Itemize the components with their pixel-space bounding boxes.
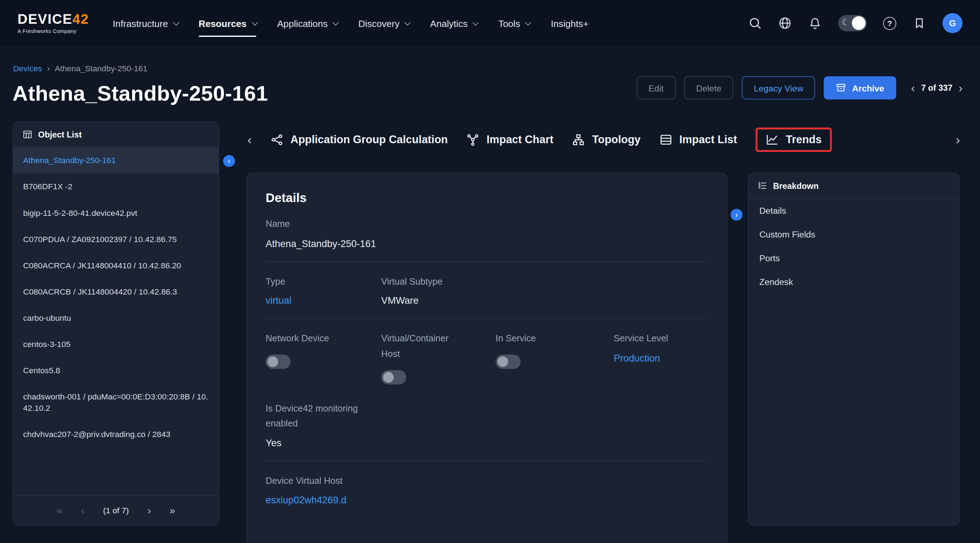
nav-item-tools[interactable]: Tools [498,0,529,46]
nav-item-analytics[interactable]: Analytics [430,0,477,46]
tab-topology[interactable]: Topology [572,133,641,146]
list-item[interactable]: C080ACRCA / JK1148004410 / 10.42.86.20 [13,253,219,279]
notifications-bell-icon[interactable] [808,16,822,30]
help-icon[interactable]: ? [883,17,896,30]
breadcrumb-devices-link[interactable]: Devices [13,64,42,73]
header-actions: Edit Delete Legacy View Archive ‹ 7 of 3… [637,76,963,99]
nav-item-infrastructure[interactable]: Infrastructure [113,0,177,46]
nav-item-applications[interactable]: Applications [277,0,337,46]
service-level-label: Service Level [614,331,708,346]
breakdown-item-custom-fields[interactable]: Custom Fields [748,223,959,246]
prev-page-icon[interactable]: ‹ [81,505,84,515]
virtual-container-host-toggle[interactable] [381,370,406,385]
object-list-items: Athena_Standby-250-161 B706DF1X -2 bigip… [13,147,219,495]
type-label: Type [266,274,381,289]
chevron-down-icon [173,19,179,25]
record-pager: ‹ 7 of 337 › [911,82,962,94]
monitoring-label: Is Device42 monitoring enabled [266,401,375,432]
pager-position: 7 of 337 [921,83,953,92]
flags-section: Network Device Virtual/Container Host In… [266,319,708,461]
network-device-label: Network Device [266,331,347,346]
nav-utilities: ☾ ? G [748,13,963,33]
tabs-scroll-right-icon[interactable]: › [956,133,960,146]
network-device-toggle[interactable] [266,354,291,369]
breakdown-item-details[interactable]: Details [748,199,959,223]
pager-prev-icon[interactable]: ‹ [911,82,915,94]
collapse-sidebar-button[interactable]: ‹ [222,154,236,168]
detail-tabs-bar: ‹ Application Group Calculation Impact C… [248,124,960,155]
tab-label: Topology [592,133,641,146]
list-item[interactable]: chdvhvac207-2@priv.dvtrading.co / 2843 [13,422,219,447]
edit-button[interactable]: Edit [637,76,676,99]
app-root: DEVICE42 A Freshworks Company Infrastruc… [0,0,980,543]
tab-label: Impact Chart [487,133,554,146]
toggle-knob [852,16,865,30]
list-item[interactable]: Centos5.8 [13,358,219,384]
name-label: Name [266,216,708,231]
toggle-knob [498,356,508,367]
device-virtual-host-label: Device Virtual Host [266,473,708,489]
tab-impact-chart[interactable]: Impact Chart [467,133,554,146]
details-title: Details [266,191,708,205]
list-item[interactable]: chadsworth-001 / pduMac=00:0E:D3:00:20:8… [13,384,219,422]
toggle-knob [383,372,394,382]
table-list-icon [23,129,33,139]
tab-label: Trends [786,133,822,146]
tab-label: Impact List [679,133,737,146]
object-list-header: Object List [13,122,219,147]
list-item[interactable]: Athena_Standby-250-161 [13,147,219,174]
breakdown-item-zendesk[interactable]: Zendesk [748,270,959,294]
device-virtual-host-link[interactable]: esxiup02wh4269.d [266,495,347,506]
tab-trends[interactable]: Trends [766,133,822,146]
in-service-toggle[interactable] [496,354,521,369]
tab-application-group-calculation[interactable]: Application Group Calculation [270,133,448,146]
nav-item-resources[interactable]: Resources [199,0,256,46]
last-page-icon[interactable]: » [170,505,175,515]
chevron-down-icon [525,19,531,25]
device42-logo[interactable]: DEVICE42 A Freshworks Company [18,13,89,34]
archive-button[interactable]: Archive [824,76,896,99]
list-item[interactable]: B706DF1X -2 [13,174,219,200]
globe-icon[interactable] [778,16,792,30]
name-section: Name Athena_Standby-250-161 [266,216,708,261]
nav-item-discovery[interactable]: Discovery [358,0,409,46]
breakdown-header: Breakdown [748,173,959,199]
user-avatar[interactable]: G [942,13,962,33]
chevron-down-icon [251,19,258,25]
breakdown-item-ports[interactable]: Ports [748,246,959,270]
page-title: Athena_Standby-250-161 [13,81,268,106]
chevron-down-icon [405,19,410,25]
topology-icon [572,133,585,146]
legacy-view-button[interactable]: Legacy View [742,76,815,99]
tabs-scroll-left-icon[interactable]: ‹ [248,133,252,146]
service-level-value-link[interactable]: Production [614,353,660,364]
list-item[interactable]: centos-3-105 [13,331,219,358]
list-item[interactable]: C080ACRCB / JK1148004420 / 10.42.86.3 [13,279,219,305]
search-icon[interactable] [748,16,762,30]
list-item[interactable]: C070PDUA / ZA0921002397 / 10.42.86.75 [13,226,219,253]
dark-mode-toggle[interactable]: ☾ [838,15,867,31]
expand-panel-button[interactable]: › [730,208,744,222]
list-item[interactable]: bigip-11-5-2-80-41.device42.pvt [13,200,219,226]
top-navigation-bar: DEVICE42 A Freshworks Company Infrastruc… [0,0,980,46]
first-page-icon[interactable]: « [57,505,62,515]
next-page-icon[interactable]: › [147,505,151,515]
type-value-link[interactable]: virtual [266,295,291,307]
toggle-knob [267,356,278,367]
delete-button[interactable]: Delete [684,76,733,99]
virtual-container-host-label: Virtual/Container Host [381,331,462,362]
device-virtual-host-section: Device Virtual Host esxiup02wh4269.d [266,462,708,518]
app-group-calculation-icon [270,133,283,146]
list-item[interactable]: carbo-ubuntu [13,305,219,331]
archive-icon [836,83,846,93]
object-list-pagination: « ‹ (1 of 7) › » [13,495,219,525]
trends-icon [766,133,779,146]
tab-impact-list[interactable]: Impact List [659,133,737,146]
impact-chart-icon [467,133,480,146]
type-section: Type virtual Virtual Subtype VMWare [266,261,708,319]
nav-item-insights[interactable]: Insights+ [551,0,589,46]
bookmark-icon[interactable] [912,16,926,30]
chevron-down-icon [473,19,479,25]
pager-next-icon[interactable]: › [959,82,963,94]
logo-tagline: A Freshworks Company [18,29,89,34]
